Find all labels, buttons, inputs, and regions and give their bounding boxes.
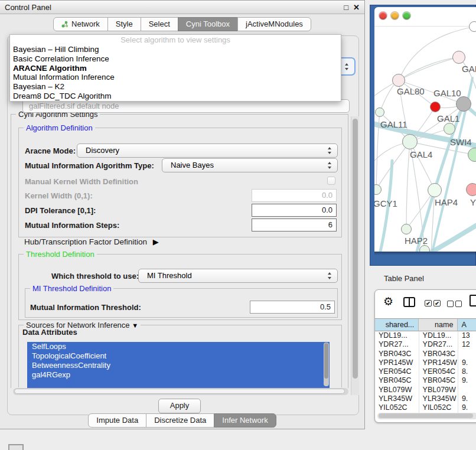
- mi-steps-label: Mutual Information Steps:: [25, 221, 119, 230]
- algorithm-option-bayesian-hill-climbing[interactable]: Bayesian – Hill Climbing: [10, 45, 341, 54]
- collapsed-panel-icon[interactable]: [8, 444, 24, 450]
- cell-8-2: 9.: [458, 403, 476, 412]
- algorithm-option-aracne-algorithm[interactable]: ARACNE Algorithm: [10, 64, 341, 73]
- table-body: YDL19...YDL19...13YDR27...YDR27...12YBR0…: [375, 331, 476, 413]
- dpi-tolerance-field[interactable]: 0.0: [252, 204, 337, 217]
- scrollbar-thumb[interactable]: [353, 119, 358, 379]
- control-panel-titlebar: Control Panel □ ✕: [0, 1, 364, 14]
- node-gal10[interactable]: [456, 96, 471, 112]
- node-hap4[interactable]: [428, 183, 442, 197]
- table-row-1[interactable]: YDR27...YDR27...12: [375, 340, 476, 349]
- table-horizontal-scrollbar[interactable]: [377, 413, 476, 419]
- bottom-tab-discretize-data[interactable]: Discretize Data: [146, 413, 214, 428]
- close-panel-icon[interactable]: ✕: [353, 4, 360, 11]
- node-gal4[interactable]: [402, 134, 418, 149]
- cell-7-2: 9.: [458, 394, 476, 403]
- desktop: { "control_panel": { "title": "Control P…: [0, 0, 476, 450]
- column-header-shared[interactable]: shared...: [375, 319, 419, 331]
- settings-horizontal-scrollbar[interactable]: [13, 388, 348, 395]
- tab-style-label: Style: [116, 18, 133, 31]
- node-gal80[interactable]: [392, 74, 405, 87]
- attribute-item-selfloops[interactable]: SelfLoops: [27, 342, 330, 351]
- scrollbar-thumb[interactable]: [324, 343, 328, 379]
- data-attributes-list: SelfLoopsTopologicalCoefficientBetweenne…: [27, 342, 330, 388]
- node-hap2[interactable]: [401, 224, 412, 234]
- node-partial-top[interactable]: [469, 21, 476, 32]
- node-partial-bottom[interactable]: [419, 245, 430, 252]
- tab-cyni-toolbox-label: Cyni Toolbox: [186, 18, 230, 31]
- gear-icon[interactable]: ⚙: [383, 296, 393, 307]
- node-gal1[interactable]: [444, 123, 455, 135]
- network-canvas[interactable]: GALGAL80GAL10GAL11GAL1SWI4GAL4GCY1HAP4YH…: [374, 7, 476, 252]
- mi-type-value: Naive Bayes: [171, 159, 214, 172]
- scrollbar-thumb[interactable]: [14, 389, 345, 394]
- split-columns-icon[interactable]: [403, 297, 415, 307]
- algorithm-option-basic-correlation-inference[interactable]: Basic Correlation Inference: [10, 54, 341, 64]
- bottom-tab-infer-network[interactable]: Infer Network: [214, 413, 276, 428]
- table-row-4[interactable]: YER054CYER054C8.: [375, 367, 476, 376]
- scrollbar-thumb[interactable]: [379, 413, 473, 418]
- zoom-traffic-light[interactable]: [403, 12, 410, 19]
- node-y-pink[interactable]: [466, 183, 476, 196]
- cell-2-0: YBR043C: [375, 350, 419, 358]
- node-red-node[interactable]: [430, 102, 441, 112]
- tab-jactivemnodules[interactable]: jActiveMNodules: [237, 17, 311, 31]
- bottom-tab-discretize-data-label: Discretize Data: [154, 414, 206, 427]
- node-label-gal1: GAL1: [437, 113, 459, 123]
- tab-cyni-toolbox[interactable]: Cyni Toolbox: [178, 17, 238, 31]
- attribute-item-betweennesscentrality[interactable]: BetweennessCentrality: [27, 361, 330, 370]
- stepper-icon: [328, 162, 332, 169]
- cell-4-0: YER054C: [375, 367, 419, 376]
- tab-style[interactable]: Style: [107, 17, 141, 31]
- column-header-name[interactable]: name: [419, 319, 458, 331]
- cell-3-2: 9.: [458, 358, 476, 367]
- cell-3-0: YPR145W: [375, 358, 419, 367]
- algorithm-option-dream8-dc-tdc-algorithm[interactable]: Dream8 DC_TDC Algorithm: [10, 92, 341, 101]
- expand-arrow-icon: ▶: [153, 237, 159, 246]
- mi-threshold-label: Mutual Information Threshold:: [30, 303, 141, 312]
- select-all-checkboxes-icon[interactable]: ✔ ✔: [425, 300, 441, 306]
- algorithm-option-mutual-information-inference[interactable]: Mutual Information Inference: [10, 73, 341, 82]
- table-panel-window: ⚙ ✔ ✔ shared...nameA YDL19...YDL19...13Y…: [374, 289, 476, 423]
- table-row-6[interactable]: YBL079WYBL079W: [375, 386, 476, 394]
- table-row-8[interactable]: YIL052CYIL052C9.: [375, 403, 476, 412]
- aracne-mode-value: Discovery: [86, 144, 119, 157]
- checked-box-icon: ✔: [425, 300, 432, 306]
- column-header-a[interactable]: A: [458, 319, 476, 331]
- mi-steps-field[interactable]: 6: [252, 219, 337, 231]
- node-label-swi4: SWI4: [450, 137, 472, 147]
- attribute-list-scrollbar[interactable]: [324, 343, 329, 386]
- table-row-0[interactable]: YDL19...YDL19...13: [375, 331, 476, 340]
- cell-1-1: YDR27...: [419, 340, 458, 349]
- tab-network[interactable]: Network: [53, 17, 108, 31]
- node-gal-pink[interactable]: [452, 51, 465, 64]
- which-threshold-combo[interactable]: MI Threshold: [138, 269, 338, 283]
- deselect-all-checkboxes-icon[interactable]: [447, 301, 462, 307]
- node-gal11[interactable]: [375, 107, 384, 117]
- mi-threshold-field[interactable]: 0.5: [250, 301, 335, 314]
- minimize-traffic-light[interactable]: [391, 12, 399, 19]
- document-icon[interactable]: [470, 295, 476, 306]
- close-traffic-light[interactable]: [379, 12, 387, 19]
- apply-button[interactable]: Apply: [158, 399, 201, 413]
- cell-5-2: 9.: [458, 376, 476, 385]
- table-row-2[interactable]: YBR043CYBR043C: [375, 350, 476, 358]
- settings-vertical-scrollbar[interactable]: [351, 116, 359, 395]
- cell-6-1: YBL079W: [419, 386, 458, 394]
- table-row-3[interactable]: YPR145WYPR145W9.: [375, 358, 476, 367]
- hub-definition-label: Hub/Transcription Factor Definition: [24, 237, 147, 246]
- cell-7-0: YLR345W: [375, 394, 419, 403]
- attribute-item-topologicalcoefficient[interactable]: TopologicalCoefficient: [27, 351, 330, 361]
- node-label-hap4: HAP4: [435, 197, 458, 207]
- algorithm-option-bayesian-k2[interactable]: Bayesian – K2: [10, 82, 341, 92]
- tab-select[interactable]: Select: [141, 17, 178, 31]
- attribute-item-gal4rgexp[interactable]: gal4RGexp: [27, 370, 330, 380]
- algorithm-definition-title: Algorithm Definition: [24, 123, 95, 132]
- table-row-5[interactable]: YBR045CYBR045C9.: [375, 376, 476, 385]
- hub-definition-toggle[interactable]: Hub/Transcription Factor Definition ▶: [24, 237, 159, 246]
- table-row-7[interactable]: YLR345WYLR345W9.: [375, 394, 476, 403]
- float-panel-icon[interactable]: □: [344, 4, 348, 11]
- mi-type-combo[interactable]: Naive Bayes: [162, 158, 338, 172]
- bottom-tab-impute-data[interactable]: Impute Data: [88, 413, 146, 428]
- aracne-mode-combo[interactable]: Discovery: [77, 144, 338, 158]
